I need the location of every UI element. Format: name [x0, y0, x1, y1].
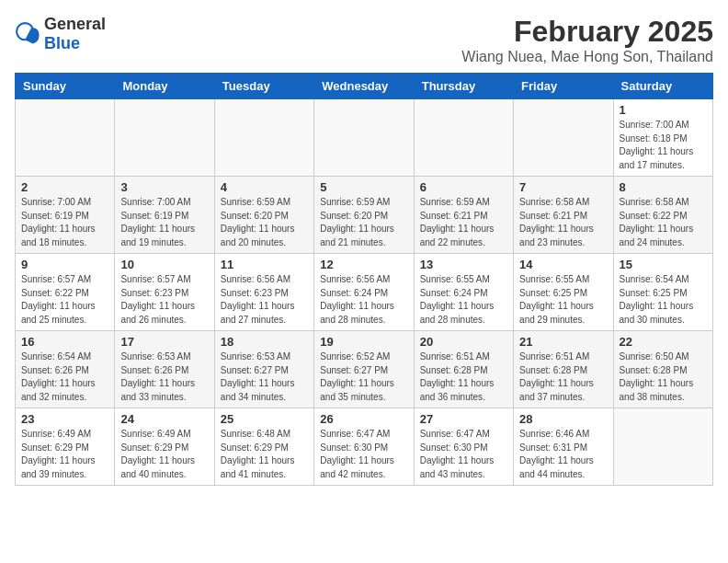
- day-info: Sunrise: 6:57 AM Sunset: 6:22 PM Dayligh…: [21, 273, 108, 327]
- calendar-cell: [115, 99, 214, 177]
- calendar-cell: [414, 99, 513, 177]
- day-info: Sunrise: 6:58 AM Sunset: 6:21 PM Dayligh…: [519, 196, 607, 249]
- day-number: 18: [221, 335, 308, 349]
- calendar: SundayMondayTuesdayWednesdayThursdayFrid…: [15, 73, 713, 486]
- day-info: Sunrise: 6:55 AM Sunset: 6:25 PM Dayligh…: [519, 273, 607, 327]
- calendar-cell: 21Sunrise: 6:51 AM Sunset: 6:28 PM Dayli…: [514, 331, 613, 408]
- day-header-saturday: Saturday: [613, 74, 712, 99]
- calendar-cell: 11Sunrise: 6:56 AM Sunset: 6:23 PM Dayli…: [214, 254, 313, 331]
- calendar-cell: 28Sunrise: 6:46 AM Sunset: 6:31 PM Dayli…: [514, 408, 613, 486]
- calendar-cell: 22Sunrise: 6:50 AM Sunset: 6:28 PM Dayli…: [613, 331, 712, 408]
- calendar-cell: 16Sunrise: 6:54 AM Sunset: 6:26 PM Dayli…: [16, 331, 115, 408]
- day-number: 24: [120, 412, 208, 426]
- day-number: 26: [320, 412, 407, 426]
- day-info: Sunrise: 6:57 AM Sunset: 6:23 PM Dayligh…: [120, 273, 208, 327]
- day-info: Sunrise: 7:00 AM Sunset: 6:19 PM Dayligh…: [21, 196, 108, 249]
- day-info: Sunrise: 7:00 AM Sunset: 6:18 PM Dayligh…: [620, 119, 707, 172]
- calendar-cell: [314, 99, 414, 177]
- calendar-cell: 9Sunrise: 6:57 AM Sunset: 6:22 PM Daylig…: [16, 254, 115, 331]
- day-header-friday: Friday: [514, 74, 613, 99]
- calendar-week-1: 1Sunrise: 7:00 AM Sunset: 6:18 PM Daylig…: [16, 99, 713, 177]
- calendar-cell: 24Sunrise: 6:49 AM Sunset: 6:29 PM Dayli…: [115, 408, 214, 486]
- day-number: 3: [120, 180, 208, 194]
- day-number: 21: [519, 335, 607, 349]
- day-header-thursday: Thursday: [414, 74, 513, 99]
- day-number: 14: [519, 258, 607, 271]
- day-number: 4: [221, 180, 308, 194]
- day-info: Sunrise: 6:52 AM Sunset: 6:27 PM Dayligh…: [320, 350, 407, 404]
- day-info: Sunrise: 6:51 AM Sunset: 6:28 PM Dayligh…: [519, 350, 607, 404]
- calendar-cell: 23Sunrise: 6:49 AM Sunset: 6:29 PM Dayli…: [16, 408, 115, 486]
- calendar-cell: 10Sunrise: 6:57 AM Sunset: 6:23 PM Dayli…: [115, 254, 214, 331]
- page-header: General Blue February 2025 Wiang Nuea, M…: [15, 15, 713, 65]
- day-number: 8: [620, 180, 707, 194]
- calendar-week-2: 2Sunrise: 7:00 AM Sunset: 6:19 PM Daylig…: [16, 177, 713, 254]
- logo-text: General Blue: [44, 15, 106, 53]
- calendar-week-3: 9Sunrise: 6:57 AM Sunset: 6:22 PM Daylig…: [16, 254, 713, 331]
- day-info: Sunrise: 6:53 AM Sunset: 6:27 PM Dayligh…: [221, 350, 308, 404]
- day-number: 22: [620, 335, 707, 349]
- main-title: February 2025: [461, 15, 713, 49]
- day-number: 16: [21, 335, 108, 349]
- calendar-cell: 17Sunrise: 6:53 AM Sunset: 6:26 PM Dayli…: [115, 331, 214, 408]
- day-info: Sunrise: 6:59 AM Sunset: 6:20 PM Dayligh…: [221, 196, 308, 249]
- logo: General Blue: [15, 15, 106, 53]
- calendar-cell: 6Sunrise: 6:59 AM Sunset: 6:21 PM Daylig…: [414, 177, 513, 254]
- day-header-sunday: Sunday: [16, 74, 115, 99]
- title-area: February 2025 Wiang Nuea, Mae Hong Son, …: [461, 15, 713, 65]
- day-number: 27: [420, 412, 507, 426]
- day-info: Sunrise: 6:51 AM Sunset: 6:28 PM Dayligh…: [420, 350, 507, 404]
- day-info: Sunrise: 6:48 AM Sunset: 6:29 PM Dayligh…: [221, 428, 308, 481]
- day-info: Sunrise: 6:50 AM Sunset: 6:28 PM Dayligh…: [620, 350, 707, 404]
- calendar-cell: 15Sunrise: 6:54 AM Sunset: 6:25 PM Dayli…: [613, 254, 712, 331]
- day-info: Sunrise: 6:56 AM Sunset: 6:24 PM Dayligh…: [320, 273, 407, 327]
- day-number: 25: [221, 412, 308, 426]
- calendar-cell: [16, 99, 115, 177]
- day-number: 10: [120, 258, 208, 271]
- day-number: 1: [620, 103, 707, 117]
- day-info: Sunrise: 6:47 AM Sunset: 6:30 PM Dayligh…: [320, 428, 407, 481]
- day-info: Sunrise: 6:46 AM Sunset: 6:31 PM Dayligh…: [519, 428, 607, 481]
- day-number: 23: [21, 412, 108, 426]
- day-info: Sunrise: 6:56 AM Sunset: 6:23 PM Dayligh…: [221, 273, 308, 327]
- day-header-tuesday: Tuesday: [214, 74, 313, 99]
- day-number: 19: [320, 335, 407, 349]
- calendar-cell: 5Sunrise: 6:59 AM Sunset: 6:20 PM Daylig…: [314, 177, 414, 254]
- day-info: Sunrise: 6:54 AM Sunset: 6:25 PM Dayligh…: [620, 273, 707, 327]
- day-info: Sunrise: 6:49 AM Sunset: 6:29 PM Dayligh…: [21, 428, 108, 481]
- day-number: 12: [320, 258, 407, 271]
- day-number: 5: [320, 180, 407, 194]
- day-number: 15: [620, 258, 707, 271]
- calendar-cell: 8Sunrise: 6:58 AM Sunset: 6:22 PM Daylig…: [613, 177, 712, 254]
- calendar-week-4: 16Sunrise: 6:54 AM Sunset: 6:26 PM Dayli…: [16, 331, 713, 408]
- day-info: Sunrise: 6:55 AM Sunset: 6:24 PM Dayligh…: [420, 273, 507, 327]
- calendar-cell: 1Sunrise: 7:00 AM Sunset: 6:18 PM Daylig…: [613, 99, 712, 177]
- logo-icon: [15, 21, 40, 47]
- day-number: 9: [21, 258, 108, 271]
- calendar-cell: 4Sunrise: 6:59 AM Sunset: 6:20 PM Daylig…: [214, 177, 313, 254]
- calendar-cell: [514, 99, 613, 177]
- day-info: Sunrise: 6:59 AM Sunset: 6:20 PM Dayligh…: [320, 196, 407, 249]
- day-info: Sunrise: 6:59 AM Sunset: 6:21 PM Dayligh…: [420, 196, 507, 249]
- calendar-week-5: 23Sunrise: 6:49 AM Sunset: 6:29 PM Dayli…: [16, 408, 713, 486]
- day-number: 2: [21, 180, 108, 194]
- calendar-cell: [613, 408, 712, 486]
- calendar-cell: 13Sunrise: 6:55 AM Sunset: 6:24 PM Dayli…: [414, 254, 513, 331]
- calendar-cell: 12Sunrise: 6:56 AM Sunset: 6:24 PM Dayli…: [314, 254, 414, 331]
- calendar-cell: 7Sunrise: 6:58 AM Sunset: 6:21 PM Daylig…: [514, 177, 613, 254]
- calendar-cell: [214, 99, 313, 177]
- calendar-cell: 2Sunrise: 7:00 AM Sunset: 6:19 PM Daylig…: [16, 177, 115, 254]
- calendar-cell: 3Sunrise: 7:00 AM Sunset: 6:19 PM Daylig…: [115, 177, 214, 254]
- subtitle: Wiang Nuea, Mae Hong Son, Thailand: [461, 49, 713, 65]
- day-info: Sunrise: 6:54 AM Sunset: 6:26 PM Dayligh…: [21, 350, 108, 404]
- calendar-cell: 27Sunrise: 6:47 AM Sunset: 6:30 PM Dayli…: [414, 408, 513, 486]
- day-number: 17: [120, 335, 208, 349]
- day-number: 28: [519, 412, 607, 426]
- day-number: 13: [420, 258, 507, 271]
- day-info: Sunrise: 6:53 AM Sunset: 6:26 PM Dayligh…: [120, 350, 208, 404]
- calendar-cell: 18Sunrise: 6:53 AM Sunset: 6:27 PM Dayli…: [214, 331, 313, 408]
- day-number: 6: [420, 180, 507, 194]
- calendar-header-row: SundayMondayTuesdayWednesdayThursdayFrid…: [16, 74, 713, 99]
- day-header-monday: Monday: [115, 74, 214, 99]
- calendar-cell: 14Sunrise: 6:55 AM Sunset: 6:25 PM Dayli…: [514, 254, 613, 331]
